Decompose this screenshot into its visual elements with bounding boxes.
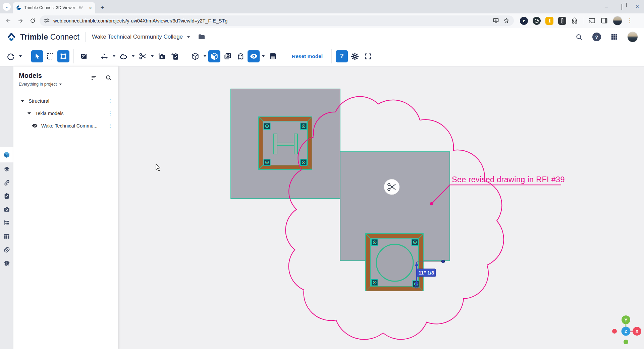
window-close-button[interactable]: × xyxy=(635,3,640,10)
marquee-select-button[interactable] xyxy=(44,50,56,62)
apps-grid-icon[interactable] xyxy=(610,33,618,41)
browser-menu-icon[interactable]: ⋮ xyxy=(627,18,633,23)
markup-cloud-caret[interactable] xyxy=(130,50,136,62)
tab-search-button[interactable]: ⌄ xyxy=(3,3,11,11)
search-icon[interactable] xyxy=(575,33,583,41)
window-restore-button[interactable] xyxy=(622,4,622,10)
measure-tool-button[interactable] xyxy=(98,50,110,62)
section-tool-button[interactable] xyxy=(137,50,149,62)
rail-models-button[interactable] xyxy=(0,147,13,162)
gizmo-x-label: X xyxy=(636,329,639,334)
gizmo-x-axis[interactable]: X xyxy=(633,327,641,336)
back-button[interactable] xyxy=(3,16,13,26)
row-menu-icon[interactable]: ⋮ xyxy=(108,123,113,128)
rail-links-button[interactable] xyxy=(0,176,13,189)
visibility-caret[interactable] xyxy=(261,50,266,62)
camera-plus-icon xyxy=(157,52,166,61)
tree-expand-icon[interactable] xyxy=(21,100,24,102)
extension-capture-icon[interactable] xyxy=(533,17,541,25)
burst-alert-icon xyxy=(3,260,10,267)
fullscreen-button[interactable] xyxy=(362,50,374,62)
extension-bars-icon[interactable] xyxy=(558,17,566,25)
url-text[interactable]: web.connect.trimble.com/projects/y-uvi04… xyxy=(53,18,489,23)
overlay-views-button[interactable] xyxy=(221,50,233,62)
rail-rings-button[interactable] xyxy=(0,243,13,256)
gizmo-axis-dot-negx[interactable] xyxy=(612,329,617,334)
user-avatar[interactable] xyxy=(627,32,638,42)
orbit-tool-button[interactable] xyxy=(5,50,17,62)
extension-e-icon[interactable]: e xyxy=(520,17,528,25)
settings-button[interactable] xyxy=(349,50,361,62)
rail-layers-button[interactable] xyxy=(0,162,13,176)
bookmark-star-icon[interactable] xyxy=(503,17,510,24)
gizmo-z-axis[interactable]: Z xyxy=(622,327,631,336)
visibility-button[interactable] xyxy=(248,50,260,62)
tree-row-structural[interactable]: Structural ⋮ xyxy=(13,95,118,107)
scissors-icon xyxy=(139,52,147,60)
panel-search-icon[interactable] xyxy=(105,74,112,81)
rail-views-button[interactable] xyxy=(0,203,13,216)
snapshot-button[interactable] xyxy=(156,50,168,62)
tree-row-tekla-models[interactable]: Tekla models ⋮ xyxy=(13,107,118,119)
extension-lighthouse-icon[interactable] xyxy=(545,17,553,25)
shaded-view-button[interactable] xyxy=(208,50,220,62)
measure-endpoint-dot[interactable] xyxy=(441,260,444,263)
model-viewport[interactable]: See revised drawing in RFI #39 11" 1/8 xyxy=(118,66,644,349)
scope-filter[interactable]: Everything in project xyxy=(19,82,113,87)
install-app-icon[interactable] xyxy=(492,17,499,24)
window-minimize-button[interactable]: – xyxy=(604,4,609,9)
row-menu-icon[interactable]: ⋮ xyxy=(108,111,113,116)
site-settings-icon[interactable] xyxy=(44,17,50,24)
browser-profile-avatar[interactable] xyxy=(613,16,622,26)
forward-arrow-icon xyxy=(17,17,24,24)
rail-organizer-button[interactable] xyxy=(0,216,13,230)
rail-table-button[interactable] xyxy=(0,230,13,243)
section-tool-caret[interactable] xyxy=(150,50,155,62)
ghost-mode-button[interactable] xyxy=(234,50,247,62)
project-selector[interactable]: Wake Technical Community College xyxy=(92,34,190,40)
measure-tool-caret[interactable] xyxy=(111,50,116,62)
todo-button[interactable] xyxy=(169,50,181,62)
scene-canvas[interactable]: See revised drawing in RFI #39 11" 1/8 xyxy=(118,66,644,349)
orbit-tool-caret[interactable] xyxy=(18,50,23,62)
markup-cloud-button[interactable] xyxy=(117,50,129,62)
toolbar-help-button[interactable]: ? xyxy=(336,50,348,62)
transform-tool-button[interactable] xyxy=(57,50,69,62)
gizmo-axis-dot-negy[interactable] xyxy=(624,340,628,344)
annotation-text[interactable]: See revised drawing in RFI #39 xyxy=(452,175,565,184)
chevron-down-icon xyxy=(187,36,190,38)
forward-button[interactable] xyxy=(15,16,25,26)
rail-issues-button[interactable] xyxy=(0,256,13,270)
select-tool-button[interactable] xyxy=(31,50,43,62)
tree-row-wake-model[interactable]: Wake Technical Commu... ⋮ xyxy=(13,119,118,132)
section-plane-badge[interactable] xyxy=(384,179,399,195)
reset-model-button[interactable]: Reset model xyxy=(287,53,327,59)
browser-tab[interactable]: Trimble Connect 3D Viewer - W × xyxy=(13,2,95,13)
tree-expand-icon[interactable] xyxy=(28,112,31,114)
navigation-gizmo[interactable]: Y X Z xyxy=(612,315,641,344)
extensions-puzzle-icon[interactable] xyxy=(571,17,578,24)
reload-button[interactable] xyxy=(28,16,38,26)
sort-icon[interactable] xyxy=(91,74,97,81)
organizer-tree-icon xyxy=(3,219,10,226)
model-visibility-eye-icon[interactable] xyxy=(32,122,38,129)
adjust-contrast-button[interactable] xyxy=(78,50,90,62)
rail-todos-button[interactable] xyxy=(0,189,13,203)
tab-close-icon[interactable]: × xyxy=(88,5,93,11)
address-bar[interactable]: web.connect.trimble.com/projects/y-uvi04… xyxy=(40,15,514,26)
gizmo-y-axis[interactable]: Y xyxy=(622,315,630,324)
grid-settings-button[interactable] xyxy=(267,50,279,62)
left-rail xyxy=(0,66,13,349)
trimble-brand[interactable]: Trimble Connect xyxy=(6,32,79,42)
view-cube-button[interactable] xyxy=(189,50,201,62)
side-panel-icon[interactable] xyxy=(600,17,608,24)
leader-anchor-dot[interactable] xyxy=(430,202,433,205)
base-plate-pipe-column[interactable] xyxy=(366,234,423,291)
help-icon[interactable]: ? xyxy=(592,33,601,41)
back-arrow-icon xyxy=(5,17,12,24)
view-cube-caret[interactable] xyxy=(202,50,207,62)
project-folder-icon[interactable] xyxy=(198,33,206,41)
new-tab-button[interactable]: + xyxy=(98,3,107,12)
row-menu-icon[interactable]: ⋮ xyxy=(108,98,113,103)
cast-icon[interactable] xyxy=(588,17,596,24)
